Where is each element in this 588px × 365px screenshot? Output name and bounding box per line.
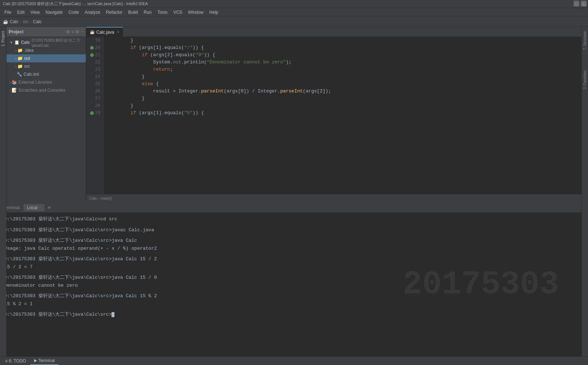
- gutter-icon-21: [90, 53, 94, 57]
- add-terminal-tab[interactable]: +: [46, 204, 52, 211]
- menu-help[interactable]: Help: [206, 9, 221, 16]
- iml-file-icon: 🔧: [17, 72, 22, 77]
- terminal-line-blank-5: [4, 290, 584, 293]
- maximize-button[interactable]: □: [574, 1, 579, 7]
- breadcrumb-sep1: ›: [20, 19, 21, 24]
- menu-view[interactable]: View: [28, 9, 43, 16]
- terminal-line-9: D:\20175303 柴轩达\大二下\java\Calc\src>java C…: [4, 293, 584, 300]
- cursor: [112, 312, 114, 317]
- terminal-line-8: Denominator cannot be zero: [4, 282, 584, 289]
- idea-folder-icon: 📁: [17, 48, 23, 53]
- project-folder-icon: 📋: [14, 40, 20, 45]
- expand-arrow-idea: ›: [15, 48, 17, 53]
- tree-label-scratches: Scratches and Consoles: [18, 88, 66, 93]
- calc-java-tab-label: Calc.java: [96, 30, 114, 35]
- code-line-20: if (args[1].equals("/")) {: [108, 44, 577, 51]
- todo-tool-tab[interactable]: ≡ 6: TODO: [1, 357, 30, 365]
- expand-arrow-scratches: ›: [9, 88, 11, 92]
- close-panel-icon[interactable]: −: [81, 29, 84, 34]
- extlibs-icon: 📚: [12, 80, 17, 85]
- titlebar: Calc [D:\20175303 柴轩达\大二下\java\Calc] - .…: [0, 0, 588, 8]
- menu-navigate[interactable]: Navigate: [43, 9, 66, 16]
- terminal-line-7: D:\20175303 柴轩达\大二下\java\Calc\src>java C…: [4, 274, 584, 281]
- app-container: Calc [D:\20175303 柴轩达\大二下\java\Calc] - .…: [0, 0, 588, 365]
- menu-edit[interactable]: Edit: [14, 9, 28, 16]
- menu-window[interactable]: Window: [185, 9, 206, 16]
- code-editor[interactable]: 19 20 21 22 23: [86, 37, 581, 194]
- terminal-line-6: 15 / 2 = 7: [4, 264, 584, 271]
- tree-label-extlibs: External Libraries: [18, 80, 52, 85]
- favorites-tab-vertical[interactable]: 2: Favorites: [582, 67, 588, 92]
- terminal-line-blank-1: [4, 224, 584, 227]
- menu-code[interactable]: Code: [66, 9, 82, 16]
- breadcrumb-calc[interactable]: Calc: [10, 19, 18, 24]
- editor-bottom-breadcrumb: Calc › main(): [86, 194, 581, 202]
- terminal-line-blank-6: [4, 308, 584, 311]
- gutter-icon-20: [90, 46, 94, 50]
- menu-tools[interactable]: Tools: [155, 9, 171, 16]
- expand-arrow-extlibs: ›: [9, 80, 11, 84]
- todo-tab-label: ≡ 6: TODO: [5, 358, 26, 364]
- menu-build[interactable]: Build: [125, 9, 141, 16]
- bottom-section: Terminal: Local × + 20175303 D:\20175303…: [0, 202, 588, 356]
- line-num-24: 24: [95, 73, 100, 80]
- restore-button[interactable]: ◱: [581, 1, 587, 7]
- structure-tab-vertical[interactable]: 7: Structure: [582, 28, 588, 53]
- calc-java-tab[interactable]: ☕ Calc.java ×: [86, 27, 123, 37]
- menu-analyze[interactable]: Analyze: [82, 9, 103, 16]
- menu-run[interactable]: Run: [141, 9, 155, 16]
- line-num-19: 19: [95, 37, 100, 44]
- scratches-icon: 📝: [12, 88, 17, 93]
- java-tab-icon: ☕: [90, 30, 95, 34]
- tab-bar: ☕ Calc.java ×: [86, 27, 581, 37]
- tree-label-src: src: [24, 64, 30, 69]
- line-num-20: 20: [95, 44, 100, 51]
- terminal-line-blank-2: [4, 234, 584, 237]
- settings-icon[interactable]: ⚙: [66, 29, 70, 34]
- breadcrumb-icon: ☕: [3, 19, 8, 24]
- local-tab-close[interactable]: ×: [39, 206, 41, 210]
- terminal-line-1: D:\20175303 柴轩达\大二下\java\Calc>cd src: [4, 216, 584, 223]
- expand-arrow-src: ›: [15, 64, 17, 69]
- menu-file[interactable]: File: [1, 9, 14, 16]
- terminal-line-5: D:\20175303 柴轩达\大二下\java\Calc\src>java C…: [4, 256, 584, 263]
- title-text: Calc [D:\20175303 柴轩达\大二下\java\Calc] - .…: [3, 1, 148, 7]
- out-folder-icon: 📁: [17, 56, 23, 61]
- tab-close-btn[interactable]: ×: [117, 30, 119, 34]
- breadcrumb: ☕ Calc › src › Calc: [0, 17, 588, 27]
- local-tab[interactable]: Local ×: [24, 204, 45, 211]
- breadcrumb-bottom-text: Calc › main(): [89, 196, 112, 200]
- tree-item-calciml[interactable]: 🔧 Calc.iml: [7, 70, 86, 78]
- code-content[interactable]: } if (args[1].equals("/")) { if (args[2]…: [104, 37, 581, 194]
- tree-item-extlibs[interactable]: › 📚 External Libraries: [7, 78, 86, 86]
- breadcrumb-src[interactable]: src: [23, 19, 29, 24]
- tree-label-out: out: [24, 56, 30, 61]
- breadcrumb-calcjava[interactable]: Calc: [33, 19, 42, 24]
- line-num-25: 25: [95, 80, 100, 88]
- settings2-icon[interactable]: ⚙: [75, 29, 79, 34]
- tree-label-idea: .idea: [24, 48, 34, 53]
- code-line-22: System.out.println("Denominator cannot b…: [108, 59, 577, 66]
- tree-item-src[interactable]: › 📁 src: [7, 62, 86, 70]
- collapse-all-icon[interactable]: ≡: [71, 29, 74, 34]
- expand-arrow-out: ›: [15, 56, 17, 61]
- terminal-content[interactable]: 20175303 D:\20175303 柴轩达\大二下\java\Calc>c…: [0, 213, 588, 356]
- terminal-line-10: 15 % 2 = 1: [4, 300, 584, 308]
- line-num-29: 29: [95, 109, 100, 117]
- terminal-prompt-cursor[interactable]: D:\20175303 柴轩达\大二下\java\Calc\src>: [4, 311, 584, 318]
- terminal-tool-tab[interactable]: ▶ Terminal: [30, 357, 58, 365]
- right-sidebar-strip: 7: Structure 2: Favorites: [581, 27, 588, 356]
- menu-refactor[interactable]: Refactor: [103, 9, 125, 16]
- tree-item-out[interactable]: › 📁 out: [7, 54, 86, 62]
- code-line-24: }: [108, 73, 577, 80]
- project-panel-header: Project ⚙ ≡ ⚙ −: [7, 27, 86, 37]
- breadcrumb-sep2: ›: [30, 19, 32, 24]
- project-tab-vertical[interactable]: 1: Project: [0, 28, 6, 49]
- editor-area: ☕ Calc.java × 19 20: [86, 27, 581, 202]
- tree-item-calc-root[interactable]: ▼ 📋 Calc D:\20175303 柴轩达\大二下\java\Calc: [7, 38, 86, 46]
- terminal-line-2: D:\20175303 柴轩达\大二下\java\Calc\src>javac …: [4, 227, 584, 234]
- tree-item-scratches[interactable]: › 📝 Scratches and Consoles: [7, 86, 86, 94]
- menu-vcs[interactable]: VCS: [171, 9, 185, 16]
- tree-item-idea[interactable]: › 📁 .idea: [7, 46, 86, 54]
- code-line-27: }: [108, 95, 577, 102]
